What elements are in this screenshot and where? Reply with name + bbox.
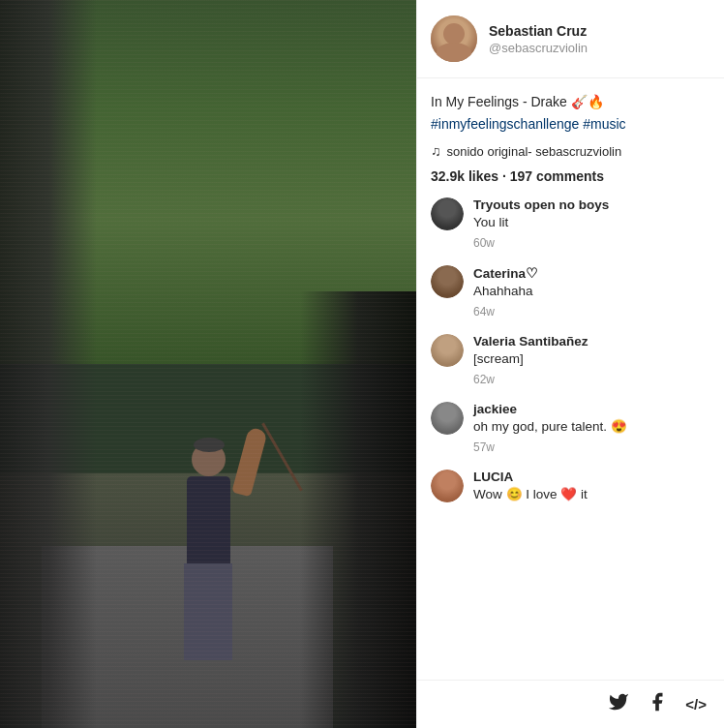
post-caption: In My Feelings - Drake 🎸🔥 #inmyfeelingsc…	[431, 92, 710, 132]
comment-username-2: Caterina♡	[473, 265, 710, 281]
comment-username-1: Tryouts open no boys	[473, 197, 710, 212]
comment-text-1: You lit	[473, 214, 710, 232]
comment-avatar-1	[431, 197, 464, 230]
post-title: In My Feelings - Drake 🎸🔥	[431, 94, 604, 109]
comment-body-3: Valeria Santibañez [scream] 62w	[473, 334, 710, 386]
profile-header: Sebastian Cruz @sebascruzviolin	[417, 0, 724, 78]
car-door-right	[300, 291, 416, 728]
comment-5: LUCIA Wow 😊 I love ❤️ it	[431, 470, 710, 504]
comment-body-1: Tryouts open no boys You lit 60w	[473, 197, 710, 250]
comment-username-5: LUCIA	[473, 470, 710, 484]
comment-1: Tryouts open no boys You lit 60w	[431, 197, 710, 250]
comment-text-5: Wow 😊 I love ❤️ it	[473, 486, 710, 504]
musician-legs	[184, 563, 232, 660]
comment-avatar-3	[431, 334, 464, 367]
comment-avatar-img-5	[431, 470, 464, 502]
content-area[interactable]: In My Feelings - Drake 🎸🔥 #inmyfeelingsc…	[417, 78, 724, 680]
comment-time-1: 60w	[473, 236, 710, 250]
photo-panel	[0, 0, 416, 728]
profile-info: Sebastian Cruz @sebascruzviolin	[489, 22, 710, 56]
comment-body-4: jackiee oh my god, pure talent. 😍 57w	[473, 402, 710, 454]
embed-icon[interactable]: </>	[685, 696, 707, 713]
comment-username-4: jackiee	[473, 402, 710, 416]
comment-body-5: LUCIA Wow 😊 I love ❤️ it	[473, 470, 710, 504]
audio-line: ♫ sonido original- sebascruzviolin	[431, 143, 710, 159]
comment-3: Valeria Santibañez [scream] 62w	[431, 334, 710, 386]
audio-text: sonido original- sebascruzviolin	[447, 144, 622, 159]
profile-name: Sebastian Cruz	[489, 22, 710, 42]
comment-avatar-img-1	[431, 197, 464, 230]
stats-line: 32.9k likes · 197 comments	[431, 168, 710, 184]
comment-username-3: Valeria Santibañez	[473, 334, 710, 349]
music-note-icon: ♫	[431, 143, 441, 159]
comment-time-3: 62w	[473, 373, 710, 386]
info-panel: Sebastian Cruz @sebascruzviolin In My Fe…	[416, 0, 724, 728]
comment-body-2: Caterina♡ Ahahhaha 64w	[473, 265, 710, 318]
comments-list: Tryouts open no boys You lit 60w Caterin…	[431, 197, 710, 503]
facebook-icon[interactable]	[647, 691, 668, 717]
comment-text-3: [scream]	[473, 350, 710, 369]
comment-avatar-4	[431, 402, 464, 435]
comment-time-4: 57w	[473, 440, 710, 454]
comment-text-4: oh my god, pure talent. 😍	[473, 418, 710, 437]
comment-time-2: 64w	[473, 305, 710, 318]
comment-2: Caterina♡ Ahahhaha 64w	[431, 265, 710, 318]
musician-body	[187, 476, 230, 563]
twitter-icon[interactable]	[608, 691, 629, 717]
avatar	[431, 15, 477, 62]
comment-text-2: Ahahhaha	[473, 283, 710, 301]
musician-figure	[184, 442, 232, 660]
profile-username: @sebascruzviolin	[489, 41, 710, 55]
car-door-left	[0, 0, 97, 728]
comment-4: jackiee oh my god, pure talent. 😍 57w	[431, 402, 710, 454]
comment-avatar-5	[431, 470, 464, 502]
avatar-image	[431, 15, 477, 62]
caption-title: In My Feelings - Drake 🎸🔥	[431, 92, 710, 112]
comment-avatar-img-3	[431, 334, 464, 367]
musician-head	[192, 442, 226, 476]
caption-hashtags[interactable]: #inmyfeelingschanllenge #music	[431, 116, 710, 132]
comment-avatar-2	[431, 265, 464, 298]
bottom-toolbar: </>	[417, 680, 724, 728]
comment-avatar-img-4	[431, 402, 464, 435]
comment-avatar-img-2	[431, 265, 464, 298]
